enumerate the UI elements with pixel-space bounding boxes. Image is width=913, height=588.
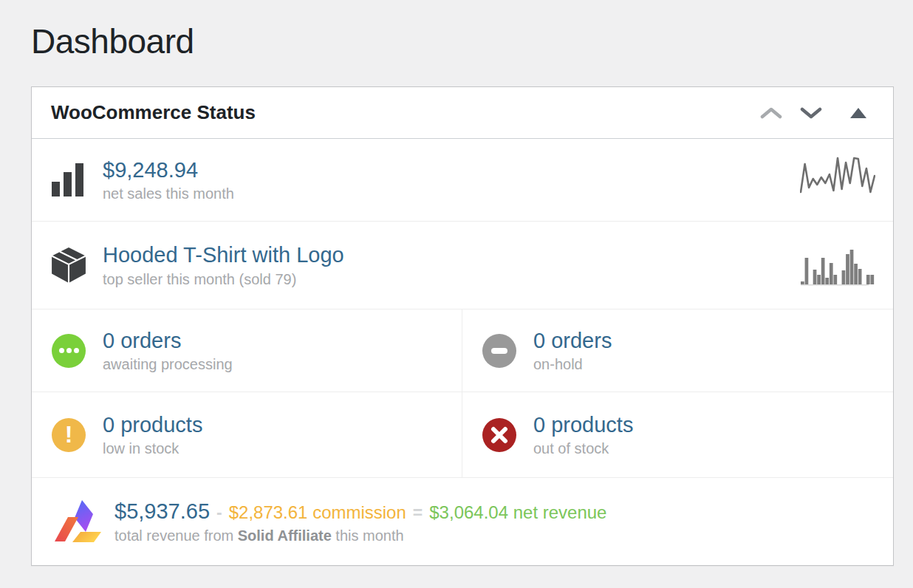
equals-operator: = (413, 503, 423, 523)
out-of-stock-cell: 0 products out of stock (462, 392, 893, 477)
move-widget-down-button[interactable] (791, 98, 831, 128)
move-widget-up-button[interactable] (751, 98, 791, 128)
net-sales-stat: $9,248.94 net sales this month (103, 157, 234, 203)
bar-chart-icon (49, 163, 88, 198)
top-seller-row: Hooded T-Shirt with Logo top seller this… (32, 222, 893, 310)
net-sales-value-link[interactable]: $9,248.94 (103, 157, 234, 183)
affiliate-total-revenue-link[interactable]: $5,937.65 (114, 499, 210, 524)
low-stock-warning-icon: ! (49, 418, 88, 452)
triangle-up-icon (850, 108, 866, 118)
product-box-icon (49, 247, 88, 284)
woocommerce-status-widget: WooCommerce Status (31, 86, 894, 566)
top-seller-sparkline (800, 242, 875, 289)
minus-operator: - (216, 503, 222, 523)
dash-icon (491, 348, 507, 354)
products-row: ! 0 products low in stock (32, 392, 893, 478)
processing-orders-stat: 0 orders awaiting processing (103, 328, 233, 374)
net-sales-label: net sales this month (103, 185, 234, 202)
processing-orders-icon (49, 334, 88, 368)
orders-row: 0 orders awaiting processing 0 orders on… (32, 310, 893, 392)
net-sales-sparkline (800, 157, 875, 204)
top-seller-product-link[interactable]: Hooded T-Shirt with Logo (103, 242, 344, 268)
page-title: Dashboard (31, 0, 913, 58)
top-seller-label: top seller this month (sold 79) (103, 271, 344, 288)
widget-title: WooCommerce Status (51, 101, 256, 124)
dashboard-page: Dashboard WooCommerce Status (0, 0, 913, 566)
ellipsis-icon (59, 348, 79, 353)
on-hold-orders-icon (480, 334, 519, 368)
chevron-down-icon (800, 106, 822, 120)
out-of-stock-stat: 0 products out of stock (533, 412, 633, 458)
low-stock-stat: 0 products low in stock (103, 412, 202, 458)
widget-header: WooCommerce Status (32, 87, 893, 139)
affiliate-commission-value: $2,873.61 commission (229, 502, 406, 523)
out-of-stock-link[interactable]: 0 products (533, 412, 633, 438)
widget-controls (751, 98, 875, 128)
out-of-stock-label: out of stock (533, 440, 633, 457)
processing-orders-link[interactable]: 0 orders (103, 328, 233, 354)
solid-affiliate-logo (49, 495, 106, 548)
on-hold-orders-link[interactable]: 0 orders (533, 328, 612, 354)
low-stock-link[interactable]: 0 products (103, 412, 202, 438)
affiliate-label-prefix: total revenue from (114, 527, 238, 544)
affiliate-revenue-stat: $5,937.65 - $2,873.61 commission = $3,06… (114, 499, 606, 544)
out-of-stock-icon (480, 418, 519, 452)
on-hold-orders-stat: 0 orders on-hold (533, 328, 612, 374)
affiliate-revenue-label: total revenue from Solid Affiliate this … (114, 527, 606, 544)
bars-group (801, 250, 874, 284)
chevron-up-icon (760, 106, 782, 120)
collapse-widget-button[interactable] (831, 98, 875, 128)
processing-orders-cell: 0 orders awaiting processing (32, 310, 462, 392)
affiliate-label-suffix: this month (332, 527, 404, 544)
affiliate-net-revenue-value: $3,064.04 net revenue (429, 502, 606, 523)
cross-icon (490, 426, 508, 444)
status-list: $9,248.94 net sales this month (32, 139, 893, 565)
low-stock-cell: ! 0 products low in stock (32, 392, 462, 477)
low-stock-label: low in stock (103, 440, 202, 457)
affiliate-revenue-formula: $5,937.65 - $2,873.61 commission = $3,06… (114, 499, 606, 524)
net-sales-row: $9,248.94 net sales this month (32, 139, 893, 222)
exclamation-icon: ! (65, 423, 73, 446)
processing-orders-label: awaiting processing (103, 356, 233, 373)
on-hold-orders-label: on-hold (533, 356, 612, 373)
top-seller-stat: Hooded T-Shirt with Logo top seller this… (103, 242, 344, 288)
solid-affiliate-row: $5,937.65 - $2,873.61 commission = $3,06… (32, 478, 893, 565)
affiliate-brand-name: Solid Affiliate (238, 527, 332, 544)
on-hold-orders-cell: 0 orders on-hold (462, 310, 893, 392)
